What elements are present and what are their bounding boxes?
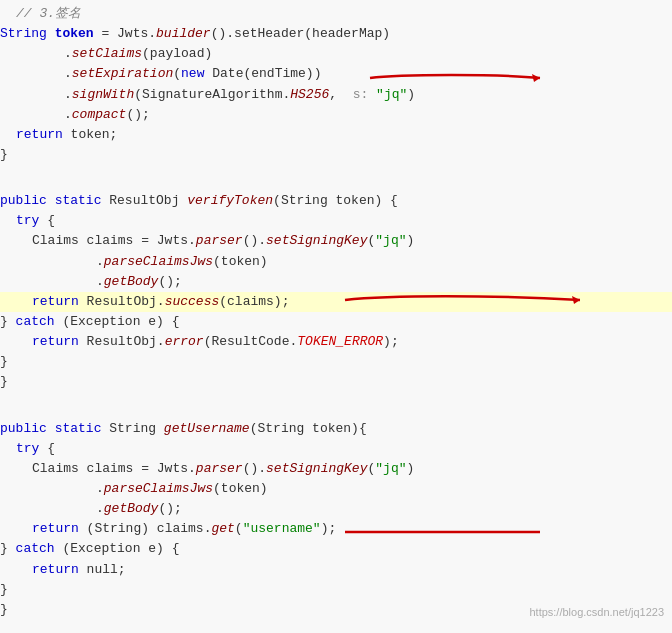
signwith-line: .signWith(SignatureAlgorithm.HS256, s: "… <box>0 85 672 105</box>
getusername-claims-line: Claims claims = Jwts.parser().setSigning… <box>0 459 672 479</box>
getusername-close-catch: } <box>0 580 672 600</box>
verify-try: try { <box>0 211 672 231</box>
setclaims-line: .setClaims(payload) <box>0 44 672 64</box>
verify-close-catch: } <box>0 352 672 372</box>
getusername-return: return (String) claims.get("username"); <box>0 519 672 539</box>
sign-section: // 3.签名 String token = Jwts.builder().se… <box>0 0 672 169</box>
divider1 <box>0 169 672 187</box>
getusername-parseclaims: .parseClaimsJws(token) <box>0 479 672 499</box>
close-brace-1: } <box>0 145 672 165</box>
verify-claims-line: Claims claims = Jwts.parser().setSigning… <box>0 231 672 251</box>
getusername-catch: } catch (Exception e) { <box>0 539 672 559</box>
verify-section: public static ResultObj verifyToken(Stri… <box>0 187 672 396</box>
verify-parseclaims: .parseClaimsJws(token) <box>0 252 672 272</box>
verify-close-method: } <box>0 372 672 392</box>
code-container: // 3.签名 String token = Jwts.builder().se… <box>0 0 672 624</box>
verify-signature: public static ResultObj verifyToken(Stri… <box>0 191 672 211</box>
return-token-line: return token; <box>0 125 672 145</box>
verify-getbody: .getBody(); <box>0 272 672 292</box>
string-token-line: String token = Jwts.builder().setHeader(… <box>0 24 672 44</box>
verify-catch: } catch (Exception e) { <box>0 312 672 332</box>
getusername-getbody: .getBody(); <box>0 499 672 519</box>
getusername-signature: public static String getUsername(String … <box>0 419 672 439</box>
divider2 <box>0 397 672 415</box>
setexpiration-line: .setExpiration(new Date(endTime)) <box>0 64 672 84</box>
comment-line: // 3.签名 <box>0 4 672 24</box>
getusername-try: try { <box>0 439 672 459</box>
compact-line: .compact(); <box>0 105 672 125</box>
verify-return-error: return ResultObj.error(ResultCode.TOKEN_… <box>0 332 672 352</box>
getusername-return-null: return null; <box>0 560 672 580</box>
getusername-section: public static String getUsername(String … <box>0 415 672 624</box>
watermark: https://blog.csdn.net/jq1223 <box>529 606 664 618</box>
verify-return-highlighted: return ResultObj.success(claims); <box>0 292 672 312</box>
